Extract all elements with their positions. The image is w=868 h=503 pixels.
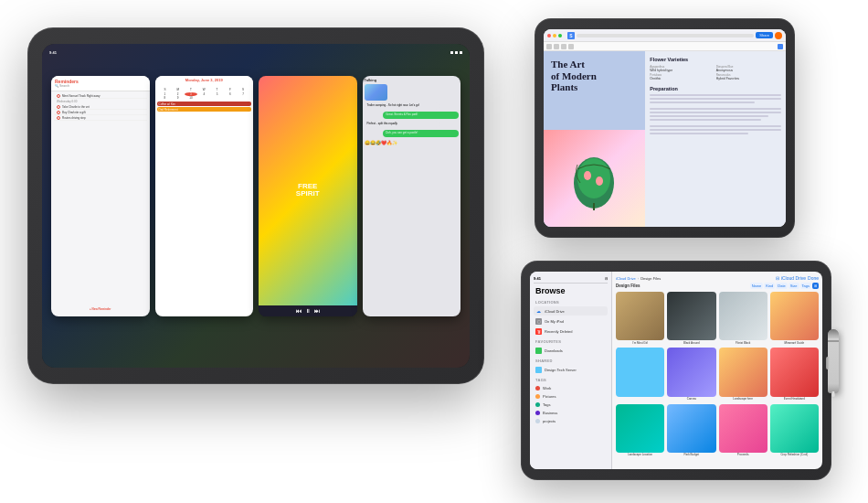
files-sidebar: 9:41 ⊟ Browse Locations ☁ iCloud Drive ▢… [530, 272, 612, 469]
files-tag-work[interactable]: Work [534, 384, 608, 391]
files-grid-view-btn[interactable]: ⊞ [812, 283, 819, 289]
design-files-breadcrumb: Design Files [640, 276, 661, 281]
files-tag-pictures[interactable]: Pictures [534, 392, 608, 400]
tag-work-label: Work [543, 386, 551, 391]
reminder-dot-1 [57, 94, 60, 98]
cal-body: S M T W T F S 1 2 3 [155, 84, 254, 114]
cal-s: S [159, 88, 172, 91]
icloud-breadcrumb: iCloud Drive [616, 276, 636, 281]
file-label-girl: I'm Most Girl [632, 342, 648, 346]
sort-size-btn[interactable]: Size [789, 283, 799, 289]
files-main-area: iCloud Drive › Design Files ⊟ iCloud Dri… [612, 272, 822, 469]
cal-w: W [197, 88, 210, 91]
file-label-miramare: Miramaré Guide [785, 342, 805, 346]
files-sort-buttons: Name Kind Date Size Tags ⊞ [750, 283, 819, 289]
shared-section-label: Shared [534, 359, 608, 363]
file-thumb-landscape1[interactable]: Landscape here [719, 348, 767, 401]
flower-col-2: Diaspora Blue Anonymous Ranunculus Hybri… [716, 65, 781, 81]
file-label-landscape1: Landscape here [733, 398, 753, 401]
locations-section-label: Locations [534, 300, 608, 305]
doc-format-bar [544, 42, 786, 51]
files-server-item[interactable]: Design Tech Server [534, 365, 608, 374]
folder-tab [618, 348, 635, 348]
file-thumb-event[interactable]: Event Headstand [770, 348, 819, 401]
tag-business-label: Business [543, 411, 557, 415]
files-tag-projects[interactable]: projects [534, 417, 608, 424]
toolbar-max-dot [558, 34, 562, 37]
file-thumb-canvas[interactable]: Canvas [667, 348, 715, 401]
format-icon-5 [778, 44, 783, 49]
files-grid: I'm Most Girl Black Around Florist Black [616, 292, 819, 457]
new-reminder-btn[interactable]: + New Reminder [90, 307, 111, 311]
svg-point-2 [584, 171, 591, 180]
msg-photo-bubble [365, 84, 387, 101]
file-label-park: Park Budget [684, 454, 700, 457]
files-onipad-item[interactable]: ▢ On My iPad [534, 316, 608, 326]
deleted-label: Recently Deleted [545, 329, 572, 334]
files-top-actions: ⊟ iCloud Drive Done [776, 275, 819, 281]
file-img-crop [770, 404, 819, 453]
share-btn[interactable]: Share [756, 32, 773, 38]
file-thumb-folder[interactable] [616, 348, 664, 401]
toolbar-close-dot [547, 34, 551, 37]
flower-col-1: Agapanthus Wild hybrid type Portulaca Or… [650, 65, 715, 81]
tags-section-label: Tags [534, 378, 608, 382]
files-close-btn[interactable]: Done [808, 275, 819, 281]
files-icloud-item[interactable]: ☁ iCloud Drive [534, 306, 608, 316]
toolbar-center: S [567, 32, 754, 39]
cal-d2: 2 [172, 92, 185, 96]
file-thumb-park[interactable]: Park Budget [667, 404, 715, 457]
pause-button[interactable]: ⏸ [305, 308, 311, 314]
sort-date-btn[interactable]: Date [776, 283, 787, 289]
next-button[interactable]: ⏭ [314, 308, 320, 314]
ipad-right-top-shell: S Share [535, 18, 795, 238]
music-controls: ⏮ ⏸ ⏭ [259, 305, 357, 316]
app-card-reminders[interactable]: Reminders Reminders 🔍 Search Meet Samuel… [51, 76, 150, 316]
music-song-title2: SPIRIT [296, 190, 320, 198]
files-tag-business[interactable]: Business [534, 409, 608, 416]
doc-title-line2: of Modern [551, 70, 597, 81]
reminder-text-1: Meet Samuel Track Right away [62, 94, 101, 98]
ipad-left-shell: 9:41 Reminders [27, 27, 484, 384]
doc-url-bar[interactable] [577, 34, 754, 37]
file-thumb-miramare[interactable]: Miramaré Guide [770, 292, 819, 345]
file-img-loc [616, 404, 664, 453]
flower-val-4: Hybrid Favorites [716, 77, 781, 81]
app-switcher-bg: 9:41 Reminders [42, 44, 470, 368]
sort-name-btn[interactable]: Name [750, 283, 764, 289]
file-thumb-black-around[interactable]: Black Around [667, 292, 715, 345]
svg-point-3 [596, 177, 603, 186]
file-thumb-girl[interactable]: I'm Most Girl [616, 292, 664, 345]
file-label-canvas: Canvas [687, 398, 696, 401]
files-tag-tags[interactable]: Tags [534, 401, 608, 408]
reminder-text-4: Routes driving step [62, 116, 86, 120]
tag-tags-dot [535, 402, 540, 407]
prep-line-1 [650, 94, 781, 97]
file-thumb-proceeds[interactable]: Proceeds [719, 404, 767, 457]
prep-line-5 [650, 112, 781, 114]
file-thumb-florist[interactable]: Florist Black [719, 292, 767, 345]
signal-icon [450, 51, 453, 54]
files-deleted-item[interactable]: 🗑 Recently Deleted [534, 326, 608, 336]
favorites-section-label: Favourites [534, 339, 608, 344]
prev-button[interactable]: ⏮ [296, 308, 302, 314]
app-card-music[interactable]: Music FREE SPIRIT ⏮ [259, 76, 357, 316]
app-card-messages[interactable]: Messages Talking Trailer camping - So ho… [363, 76, 461, 316]
prep-line-2 [650, 98, 781, 101]
file-thumb-loc[interactable]: Landscape Location [616, 404, 664, 457]
cloud-drive-label[interactable]: ⊟ iCloud Drive [776, 275, 806, 281]
files-title: Browse [534, 286, 608, 295]
file-thumb-crop[interactable]: Crop Refashion (Cool) [770, 404, 819, 457]
files-main-toolbar: Design Files Name Kind Date Size Tags ⊞ [616, 283, 819, 289]
status-time: 9:41 [49, 50, 57, 55]
prep-line-6 [650, 115, 767, 118]
reminder-dot-2 [57, 105, 60, 109]
reminder-dot-4 [57, 116, 60, 120]
app-card-calendar[interactable]: 5 Calendar Monday, June 3, 2019 S M [155, 76, 254, 316]
download-icon [535, 348, 542, 354]
files-downloads-item[interactable]: Downloads [534, 346, 608, 355]
msg-sent-2: Duh, you can get a pootle! [383, 130, 459, 137]
sort-kind-btn[interactable]: Kind [764, 283, 775, 289]
sort-tags-btn[interactable]: Tags [800, 283, 811, 289]
cal-th: T [211, 88, 224, 91]
